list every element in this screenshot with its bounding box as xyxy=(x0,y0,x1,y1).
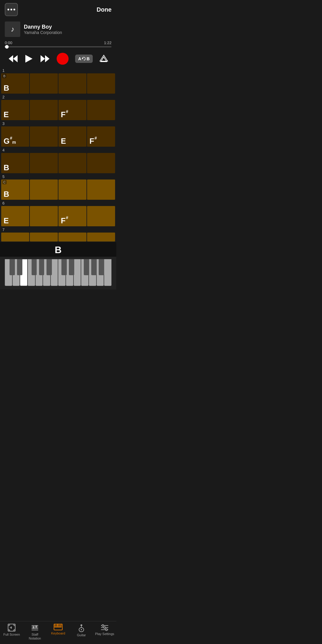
header: Done xyxy=(0,0,116,19)
chord-cell[interactable] xyxy=(30,179,58,200)
chord-cells-1: B B xyxy=(1,73,115,94)
measure-number-3: 3 xyxy=(1,121,115,126)
white-key-8[interactable] xyxy=(58,259,66,286)
white-key-9[interactable] xyxy=(66,259,73,286)
white-key-11[interactable] xyxy=(81,259,89,286)
chord-cells-7 xyxy=(1,233,115,242)
fast-forward-button[interactable] xyxy=(40,55,50,63)
fast-forward-icon xyxy=(40,55,50,63)
chord-cell[interactable] xyxy=(30,233,58,242)
chord-cell[interactable] xyxy=(87,206,115,226)
white-key-2[interactable] xyxy=(13,259,20,286)
chord-cell[interactable]: F# xyxy=(58,100,86,120)
menu-button[interactable] xyxy=(5,3,18,16)
ab-label: A xyxy=(78,56,81,61)
ab-repeat-button[interactable]: A B xyxy=(75,55,92,63)
chord-label: F# xyxy=(61,217,68,225)
measure-row-1: 1 B B xyxy=(1,68,115,94)
chord-cell[interactable] xyxy=(30,100,58,120)
measure-row-4: 4 B xyxy=(1,147,115,173)
white-key-1[interactable] xyxy=(5,259,12,286)
priority-button[interactable] xyxy=(99,55,108,63)
white-key-10[interactable] xyxy=(74,259,81,286)
current-time: 0:00 xyxy=(5,41,12,45)
chord-cells-6: E F# xyxy=(1,206,115,226)
svg-marker-3 xyxy=(41,55,45,62)
chord-cell[interactable] xyxy=(58,73,86,94)
chord-cell[interactable] xyxy=(87,73,115,94)
chord-cell[interactable]: F# xyxy=(58,206,86,226)
chord-cell[interactable]: C B xyxy=(1,179,29,200)
progress-thumb xyxy=(5,45,9,49)
song-info: ♪ Danny Boy Yamaha Corporation xyxy=(0,19,116,39)
measure-row-5: 5 C B xyxy=(1,174,115,200)
play-icon xyxy=(25,54,33,63)
white-key-4[interactable] xyxy=(28,259,35,286)
white-key-5[interactable] xyxy=(35,259,43,286)
white-key-14[interactable] xyxy=(104,259,112,286)
current-chord-display: B xyxy=(0,242,116,257)
chord-cell[interactable] xyxy=(1,233,29,242)
chord-cell[interactable] xyxy=(30,126,58,147)
white-key-13[interactable] xyxy=(97,259,104,286)
chord-label: G#m xyxy=(4,137,16,145)
chord-cell[interactable] xyxy=(58,179,86,200)
piano-keyboard[interactable] xyxy=(5,259,112,286)
section-marker: B xyxy=(2,74,6,78)
chord-cell[interactable]: E xyxy=(58,126,86,147)
chord-cell[interactable]: F# xyxy=(87,126,115,147)
chord-cell[interactable] xyxy=(87,179,115,200)
chord-cell[interactable]: B xyxy=(1,153,29,173)
measure-number-4: 4 xyxy=(1,147,115,153)
chord-cells-2: E F# xyxy=(1,100,115,120)
chord-cell[interactable] xyxy=(30,153,58,173)
chord-label: E xyxy=(4,111,9,118)
svg-marker-1 xyxy=(13,55,18,62)
chord-cell[interactable] xyxy=(30,73,58,94)
chord-cells-4: B xyxy=(1,153,115,173)
chord-label: F# xyxy=(61,111,68,118)
chord-grid: 1 B B 2 E F# xyxy=(0,68,116,242)
rewind-button[interactable] xyxy=(8,55,18,63)
white-key-7[interactable] xyxy=(51,259,58,286)
chord-cell[interactable]: E xyxy=(1,100,29,120)
song-title: Danny Boy xyxy=(24,24,62,30)
chord-cell[interactable]: B B xyxy=(1,73,29,94)
playback-controls: A B xyxy=(0,50,116,68)
progress-bar[interactable] xyxy=(5,46,112,47)
chord-cell[interactable] xyxy=(87,233,115,242)
progress-section: 0:00 1:22 xyxy=(0,39,116,50)
chord-cell[interactable] xyxy=(58,153,86,173)
chord-label: E xyxy=(4,217,9,225)
white-key-6[interactable] xyxy=(43,259,50,286)
chord-cells-3: G#m E F# xyxy=(1,126,115,147)
svg-marker-0 xyxy=(9,55,13,62)
b-label: B xyxy=(86,56,89,61)
time-labels: 0:00 1:22 xyxy=(5,41,112,45)
keyboard-section xyxy=(0,257,116,290)
svg-marker-2 xyxy=(25,55,32,63)
dots-icon xyxy=(7,9,15,10)
measure-row-3: 3 G#m E F# xyxy=(1,121,115,147)
chord-cell[interactable] xyxy=(87,100,115,120)
svg-marker-6 xyxy=(100,55,108,61)
play-button[interactable] xyxy=(25,54,33,63)
measure-number-6: 6 xyxy=(1,200,115,206)
svg-marker-5 xyxy=(82,58,83,59)
chord-cell[interactable] xyxy=(30,206,58,226)
white-key-12[interactable] xyxy=(89,259,96,286)
chord-label: B xyxy=(4,190,9,198)
record-button[interactable] xyxy=(57,53,69,65)
chord-cell[interactable]: E xyxy=(1,206,29,226)
chord-cell[interactable] xyxy=(87,153,115,173)
chord-cell[interactable]: G#m xyxy=(1,126,29,147)
rewind-icon xyxy=(8,55,18,63)
done-button[interactable]: Done xyxy=(97,6,112,13)
white-key-3[interactable] xyxy=(20,259,27,286)
svg-marker-4 xyxy=(45,55,49,62)
chord-cell[interactable] xyxy=(58,233,86,242)
measure-number-5: 5 xyxy=(1,174,115,179)
chord-label: E xyxy=(61,137,66,145)
current-chord-label: B xyxy=(0,244,116,256)
white-keys xyxy=(5,259,112,286)
